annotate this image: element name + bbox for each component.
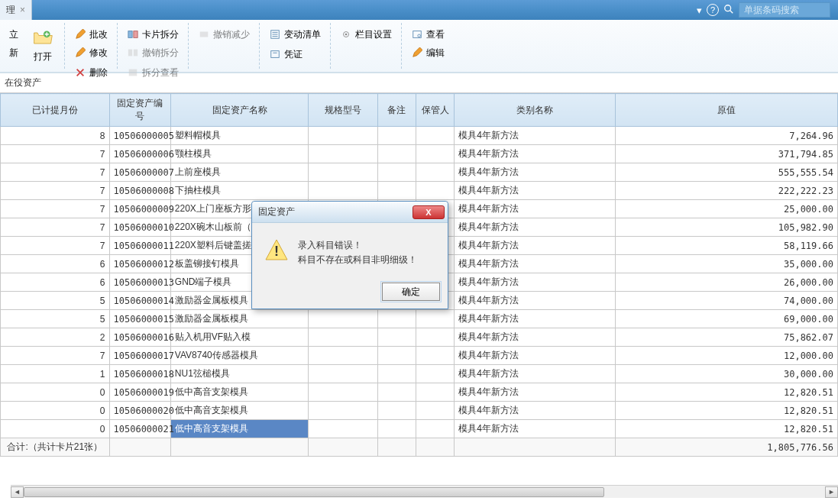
table-row[interactable]: 110506000018NU1弦槌模具模具4年新方法30,000.00 [1, 365, 838, 383]
open-button[interactable]: 打开 [26, 24, 60, 65]
cell-name[interactable]: 激励器金属板模具 [170, 310, 309, 328]
cell-category[interactable]: 模具4年新方法 [455, 347, 616, 365]
cell-remark[interactable] [377, 383, 416, 402]
cell-remark[interactable] [377, 182, 416, 200]
cell-name[interactable]: 贴入机用VF贴入模 [170, 328, 309, 347]
undo-split-button[interactable]: 撤销拆分 [124, 44, 182, 61]
btn-create[interactable]: 立 [6, 26, 21, 43]
cell-remark[interactable] [377, 145, 416, 163]
cell-category[interactable]: 模具4年新方法 [455, 292, 616, 310]
cell-value[interactable]: 12,820.51 [615, 383, 837, 402]
cell-spec[interactable] [309, 127, 377, 145]
cell-name[interactable]: NU1弦槌模具 [170, 365, 309, 383]
cell-code[interactable]: 10506000015 [109, 310, 170, 328]
cell-keeper[interactable] [416, 310, 454, 328]
batch-button[interactable]: 批改 [71, 26, 111, 43]
cell-name[interactable]: 上前座模具 [170, 163, 309, 182]
cell-spec[interactable] [309, 365, 377, 383]
cell-name[interactable]: 塑料帽模具 [170, 127, 309, 145]
cell-category[interactable]: 模具4年新方法 [455, 310, 616, 328]
cell-spec[interactable] [309, 347, 377, 365]
column-settings-button[interactable]: 栏目设置 [337, 26, 395, 43]
cell-spec[interactable] [309, 182, 377, 200]
cell-month[interactable]: 5 [1, 292, 110, 310]
cell-remark[interactable] [377, 365, 416, 383]
search-input[interactable] [739, 2, 830, 18]
cell-category[interactable]: 模具4年新方法 [455, 127, 616, 145]
cell-name[interactable]: 颚柱模具 [170, 145, 309, 163]
col-category[interactable]: 类别名称 [455, 94, 616, 127]
cell-value[interactable]: 371,794.85 [615, 145, 837, 163]
cell-month[interactable]: 6 [1, 255, 110, 273]
cell-category[interactable]: 模具4年新方法 [455, 420, 616, 438]
cell-code[interactable]: 10506000014 [109, 292, 170, 310]
cell-month[interactable]: 0 [1, 420, 110, 438]
cell-value[interactable]: 74,000.00 [615, 292, 837, 310]
cell-remark[interactable] [377, 328, 416, 347]
cell-value[interactable]: 25,000.00 [615, 200, 837, 218]
cell-code[interactable]: 10506000011 [109, 237, 170, 255]
cell-keeper[interactable] [416, 127, 454, 145]
cell-value[interactable]: 105,982.90 [615, 218, 837, 237]
cell-value[interactable]: 69,000.00 [615, 310, 837, 328]
cell-name[interactable]: VAV8740传感器模具 [170, 347, 309, 365]
cell-category[interactable]: 模具4年新方法 [455, 255, 616, 273]
cell-remark[interactable] [377, 420, 416, 438]
cell-name[interactable]: 低中高音支架模具 [170, 402, 309, 420]
card-split-button[interactable]: 卡片拆分 [124, 26, 182, 43]
split-view-button[interactable]: 拆分查看 [124, 64, 182, 81]
cell-spec[interactable] [309, 328, 377, 347]
col-keeper[interactable]: 保管人 [416, 94, 454, 127]
col-remark[interactable]: 备注 [377, 94, 416, 127]
cell-remark[interactable] [377, 310, 416, 328]
cell-value[interactable]: 12,000.00 [615, 347, 837, 365]
dropdown-icon[interactable]: ▾ [697, 5, 702, 16]
cell-code[interactable]: 10506000018 [109, 365, 170, 383]
cell-keeper[interactable] [416, 182, 454, 200]
cell-spec[interactable] [309, 420, 377, 438]
cell-value[interactable]: 26,000.00 [615, 273, 837, 292]
cell-code[interactable]: 10506000019 [109, 383, 170, 402]
cell-code[interactable]: 10506000021 [109, 420, 170, 438]
cell-spec[interactable] [309, 145, 377, 163]
table-row[interactable]: 010506000020低中高音支架模具模具4年新方法12,820.51 [1, 402, 838, 420]
table-row[interactable]: 010506000019低中高音支架模具模具4年新方法12,820.51 [1, 383, 838, 402]
edit-button[interactable]: 编辑 [408, 44, 448, 61]
cell-code[interactable]: 10506000012 [109, 255, 170, 273]
table-row[interactable]: 810506000005塑料帽模具模具4年新方法7,264.96 [1, 127, 838, 145]
cell-keeper[interactable] [416, 383, 454, 402]
change-list-button[interactable]: 变动清单 [266, 26, 324, 43]
table-row[interactable]: 010506000021低中高音支架模具模具4年新方法12,820.51 [1, 420, 838, 438]
cell-category[interactable]: 模具4年新方法 [455, 145, 616, 163]
cell-category[interactable]: 模具4年新方法 [455, 365, 616, 383]
table-row[interactable]: 510506000015激励器金属板模具模具4年新方法69,000.00 [1, 310, 838, 328]
cell-keeper[interactable] [416, 347, 454, 365]
cell-month[interactable]: 0 [1, 383, 110, 402]
col-value[interactable]: 原值 [615, 94, 837, 127]
cell-spec[interactable] [309, 163, 377, 182]
horizontal-scrollbar[interactable]: ◄ ► [11, 485, 838, 498]
btn-new[interactable]: 新 [6, 44, 21, 61]
delete-button[interactable]: 删除 [71, 64, 111, 81]
cell-keeper[interactable] [416, 402, 454, 420]
table-row[interactable]: 710506000007上前座模具模具4年新方法555,555.54 [1, 163, 838, 182]
cell-value[interactable]: 7,264.96 [615, 127, 837, 145]
col-spec[interactable]: 规格型号 [309, 94, 377, 127]
cell-code[interactable]: 10506000020 [109, 402, 170, 420]
dialog-titlebar[interactable]: 固定资产 X [252, 202, 448, 223]
cell-remark[interactable] [377, 127, 416, 145]
cell-category[interactable]: 模具4年新方法 [455, 182, 616, 200]
cell-code[interactable]: 10506000017 [109, 347, 170, 365]
cell-name[interactable]: 低中高音支架模具 [170, 383, 309, 402]
cell-spec[interactable] [309, 383, 377, 402]
help-icon[interactable]: ? [707, 4, 719, 16]
cell-month[interactable]: 7 [1, 163, 110, 182]
cell-spec[interactable] [309, 402, 377, 420]
cell-category[interactable]: 模具4年新方法 [455, 163, 616, 182]
active-tab[interactable]: 理 × [0, 0, 32, 20]
undo-reduce-button[interactable]: 撤销减少 [195, 26, 253, 43]
table-row[interactable]: 710506000017VAV8740传感器模具模具4年新方法12,000.00 [1, 347, 838, 365]
cell-code[interactable]: 10506000009 [109, 200, 170, 218]
cell-keeper[interactable] [416, 365, 454, 383]
cell-code[interactable]: 10506000005 [109, 127, 170, 145]
